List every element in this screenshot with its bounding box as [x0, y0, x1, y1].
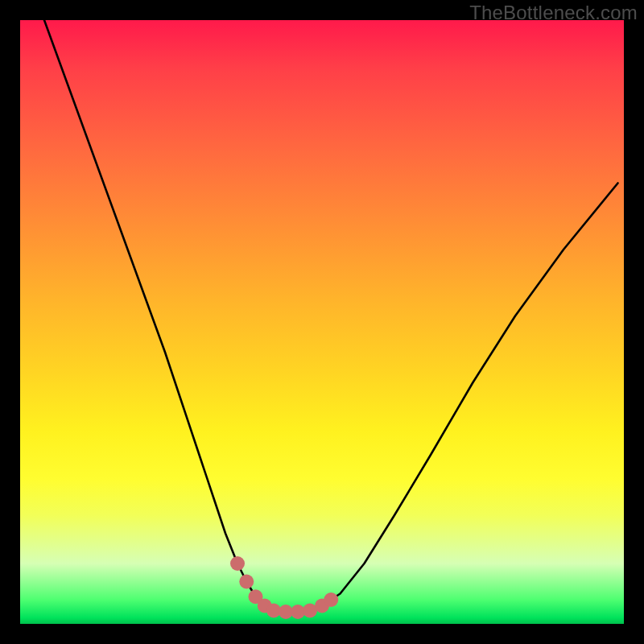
chart-frame: TheBottleneck.com: [0, 0, 644, 644]
watermark-label: TheBottleneck.com: [469, 2, 638, 24]
highlight-dot: [230, 556, 245, 571]
highlight-dot: [239, 575, 254, 589]
highlight-dot: [324, 592, 338, 607]
chart-svg: [20, 20, 624, 624]
plot-area: [20, 20, 624, 624]
bottleneck-curve: [44, 20, 618, 612]
